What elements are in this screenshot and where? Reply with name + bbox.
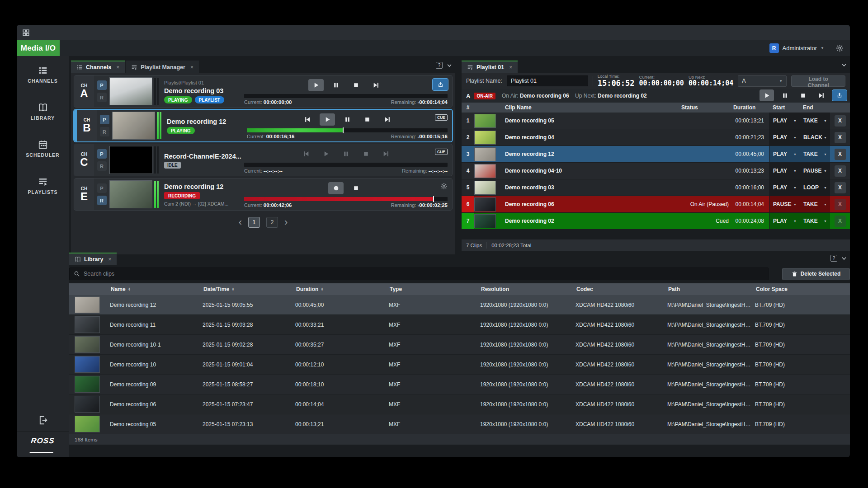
prev-page-button[interactable]: ‹ xyxy=(239,217,242,227)
play-button[interactable] xyxy=(320,113,335,126)
end-mode-dropdown[interactable]: TAKE▼ xyxy=(800,196,830,212)
sort-icon[interactable]: ▲▼ xyxy=(128,287,131,291)
pause-button[interactable] xyxy=(340,113,355,126)
start-mode-dropdown[interactable]: PLAY▼ xyxy=(769,213,800,229)
close-icon[interactable]: × xyxy=(108,256,111,263)
column-header-datetime[interactable]: Date/Time▲▼ xyxy=(203,286,295,292)
remove-clip-button[interactable]: X xyxy=(835,199,846,210)
library-row-5[interactable]: Demo recording 09 2025-01-15 08:58:27 00… xyxy=(69,375,850,394)
channel-row-b[interactable]: CH B P R Demo recording 12 PLAYING xyxy=(74,109,453,142)
next-page-button[interactable]: › xyxy=(284,217,288,227)
loop-button[interactable] xyxy=(832,89,847,101)
search-input[interactable] xyxy=(84,271,764,277)
column-header-colorspace[interactable]: Color Space xyxy=(755,286,850,292)
tab-library[interactable]: Library × xyxy=(69,253,117,265)
remove-clip-button[interactable]: X xyxy=(835,149,846,160)
preview-toggle[interactable]: P xyxy=(100,115,109,124)
remove-clip-button[interactable]: X xyxy=(835,216,846,227)
chevron-down-icon[interactable] xyxy=(841,62,847,68)
sort-icon[interactable]: ▲▼ xyxy=(231,287,234,291)
stop-button[interactable] xyxy=(348,182,363,194)
user-menu[interactable]: R Administrator ▼ xyxy=(769,40,844,56)
playlist-name-input[interactable] xyxy=(507,75,588,86)
sort-icon[interactable]: ▲▼ xyxy=(321,287,323,291)
chevron-down-icon[interactable] xyxy=(841,255,847,262)
record-arm-toggle[interactable]: R xyxy=(97,161,107,171)
start-mode-dropdown[interactable]: PLAY▼ xyxy=(769,179,800,196)
library-row-3[interactable]: Demo recording 10-1 2025-01-15 09:02:28 … xyxy=(69,335,850,355)
library-row-4[interactable]: Demo recording 10 2025-01-15 09:01:04 00… xyxy=(69,355,850,375)
playlist-row-1[interactable]: 1 Demo recording 05 00:00:13;21 PLAY▼ TA… xyxy=(462,113,850,129)
column-header-resolution[interactable]: Resolution xyxy=(480,286,576,292)
skip-next-button[interactable] xyxy=(379,113,395,126)
close-icon[interactable]: × xyxy=(116,64,119,70)
remove-clip-button[interactable]: X xyxy=(835,115,846,127)
progress-bar[interactable] xyxy=(247,128,448,132)
sidebar-item-channels[interactable]: CHANNELS xyxy=(17,56,69,93)
end-mode-dropdown[interactable]: BLACK▼ xyxy=(800,129,830,145)
library-row-2[interactable]: Demo recording 11 2025-01-15 09:03:28 00… xyxy=(69,315,850,335)
skip-next-button[interactable] xyxy=(814,89,828,101)
preview-toggle[interactable]: P xyxy=(97,80,107,90)
channel-row-e[interactable]: CH E P R Demo recording 12 RECORDING Cam… xyxy=(74,178,453,211)
sidebar-item-scheduler[interactable]: SCHEDULER xyxy=(17,130,69,167)
tab-channels[interactable]: Channels × xyxy=(71,61,125,73)
page-1-button[interactable]: 1 xyxy=(248,217,260,228)
delete-selected-button[interactable]: Delete Selected xyxy=(782,268,850,280)
progress-bar[interactable] xyxy=(244,163,448,167)
end-mode-dropdown[interactable]: TAKE▼ xyxy=(800,146,830,162)
pause-button[interactable] xyxy=(328,79,344,91)
stop-button[interactable] xyxy=(796,89,810,101)
preview-toggle[interactable]: P xyxy=(97,183,107,193)
load-to-channel-button[interactable]: Load to Channel xyxy=(791,75,845,87)
library-row-7[interactable]: Demo recording 05 2025-01-15 07:23:13 00… xyxy=(69,414,850,434)
settings-gear-icon[interactable] xyxy=(836,44,844,52)
play-button[interactable] xyxy=(318,148,334,160)
skip-next-button[interactable] xyxy=(378,148,393,160)
stop-button[interactable] xyxy=(359,113,375,126)
progress-bar[interactable] xyxy=(244,94,448,98)
loop-button[interactable] xyxy=(432,78,448,91)
channel-row-a[interactable]: CH A P R Playlist/Playlist 01 Demo recor… xyxy=(74,75,453,108)
column-header-type[interactable]: Type xyxy=(389,286,480,292)
logout-button[interactable] xyxy=(17,411,69,432)
stop-button[interactable] xyxy=(348,79,363,91)
pause-button[interactable] xyxy=(338,148,354,160)
remove-clip-button[interactable]: X xyxy=(835,182,846,193)
preview-toggle[interactable]: P xyxy=(97,149,107,159)
tab-playlist-manager[interactable]: Playlist Manager × xyxy=(126,61,199,73)
stop-button[interactable] xyxy=(358,148,373,160)
start-mode-dropdown[interactable]: PLAY▼ xyxy=(769,146,800,162)
progress-bar[interactable] xyxy=(244,197,448,201)
playlist-row-6-onair[interactable]: 6 Demo recording 06 On Air (Paused) 00:0… xyxy=(462,196,850,213)
end-mode-dropdown[interactable]: PAUSE▼ xyxy=(800,163,830,179)
sidebar-item-library[interactable]: LIBRARY xyxy=(17,93,69,130)
remove-clip-button[interactable]: X xyxy=(835,132,846,143)
end-mode-dropdown[interactable]: TAKE▼ xyxy=(800,113,830,129)
skip-prev-button[interactable] xyxy=(298,148,314,160)
column-header-path[interactable]: Path xyxy=(667,286,755,292)
channel-settings-gear-icon[interactable] xyxy=(440,183,448,191)
record-button[interactable] xyxy=(328,182,344,194)
playlist-row-3[interactable]: 3 Demo recording 12 00:00:45;00 PLAY▼ TA… xyxy=(462,146,850,163)
skip-prev-button[interactable] xyxy=(300,113,315,126)
channel-select-dropdown[interactable]: A ▼ xyxy=(738,75,787,87)
record-arm-toggle[interactable]: R xyxy=(97,196,107,205)
play-button[interactable] xyxy=(760,89,774,101)
library-row-6[interactable]: Demo recording 06 2025-01-15 07:23:47 00… xyxy=(69,394,850,414)
skip-next-button[interactable] xyxy=(368,79,383,91)
chevron-down-icon[interactable] xyxy=(446,62,453,69)
sidebar-item-playlists[interactable]: PLAYLISTS xyxy=(17,167,69,204)
record-arm-toggle[interactable]: R xyxy=(100,127,109,136)
column-header-duration[interactable]: Duration▲▼ xyxy=(295,286,389,292)
playlist-row-4[interactable]: 4 Demo recording 04-10 00:00:13;23 PLAY▼… xyxy=(462,163,850,179)
pause-button[interactable] xyxy=(778,89,792,101)
start-mode-dropdown[interactable]: PLAY▼ xyxy=(769,113,800,129)
start-mode-dropdown[interactable]: PLAY▼ xyxy=(769,129,800,145)
end-mode-dropdown[interactable]: TAKE▼ xyxy=(800,213,830,229)
help-icon[interactable]: ? xyxy=(830,255,837,262)
app-grid-icon[interactable] xyxy=(22,29,30,37)
library-row-1[interactable]: Demo recording 12 2025-01-15 09:05:55 00… xyxy=(69,295,850,315)
channel-row-c[interactable]: CH C P R Record-ChannelE-2024... IDLE xyxy=(74,144,453,176)
end-mode-dropdown[interactable]: LOOP▼ xyxy=(800,179,830,196)
